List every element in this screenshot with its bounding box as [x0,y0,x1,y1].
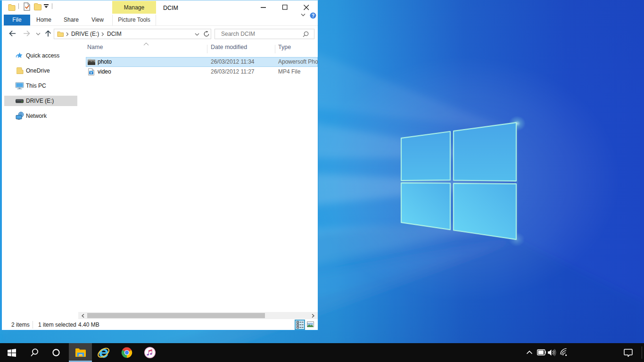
svg-text:?: ? [312,13,314,18]
